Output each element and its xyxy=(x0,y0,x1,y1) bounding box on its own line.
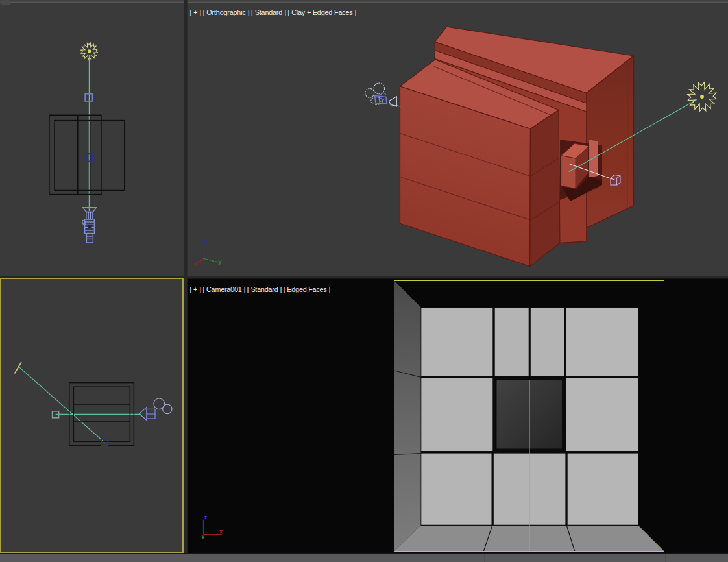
svg-text:x: x xyxy=(219,528,223,535)
svg-text:y: y xyxy=(202,533,205,539)
svg-text:y: y xyxy=(219,258,222,265)
svg-text:z: z xyxy=(204,238,207,245)
svg-text:x: x xyxy=(195,261,198,267)
svg-text:z: z xyxy=(204,514,208,520)
svg-text:[ + ] [ Camera001 ] [ Standard: [ + ] [ Camera001 ] [ Standard ] [ Edged… xyxy=(190,286,331,293)
svg-text:[ + ] [ Orthographic ] [ Stand: [ + ] [ Orthographic ] [ Standard ] [ Cl… xyxy=(190,8,357,16)
